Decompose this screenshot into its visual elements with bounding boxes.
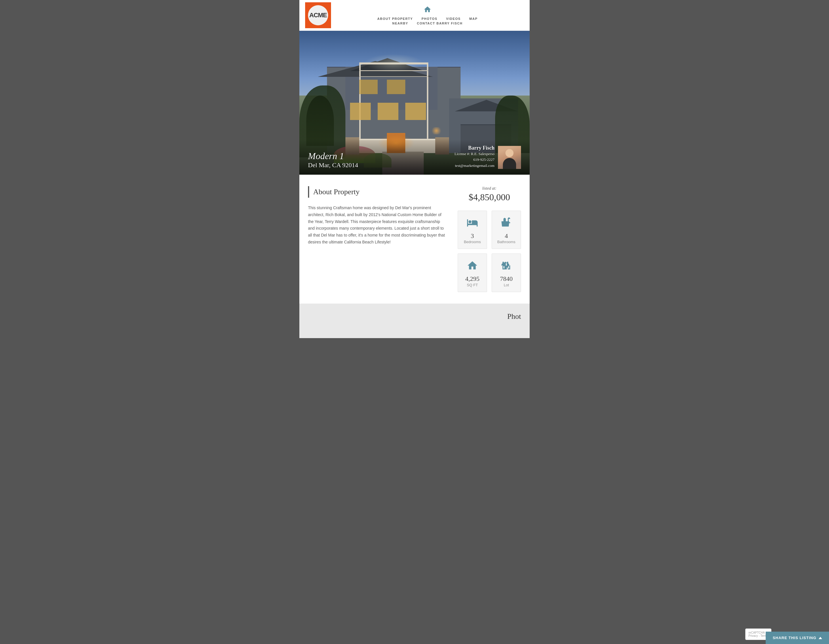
nav-about-property[interactable]: ABOUT PROPERTY	[377, 17, 413, 20]
nav-contact[interactable]: CONTACT BARRY FISCH	[417, 22, 463, 25]
section-title: About Property	[313, 187, 359, 196]
fence-icon	[499, 258, 514, 273]
property-name: Modern 1	[308, 151, 358, 161]
bath-icon	[499, 216, 514, 230]
title-bar-decoration	[308, 186, 309, 198]
bathrooms-label: Bathrooms	[495, 240, 517, 244]
nav-videos[interactable]: VIDEOS	[446, 17, 461, 20]
agent-phone: 619-925-2227	[454, 157, 495, 163]
property-title-block: Modern 1 Del Mar, CA 92014	[308, 151, 358, 169]
stat-bedrooms: 3 Bedrooms	[458, 211, 487, 249]
hero-section: Modern 1 Del Mar, CA 92014 Barry Fisch L…	[299, 31, 530, 175]
nav-nearby[interactable]: NEARBY	[392, 22, 408, 25]
nav-map[interactable]: MAP	[469, 17, 478, 20]
agent-info: Barry Fisch License #: R.E. Salesperso 6…	[454, 145, 495, 169]
agent-license: License #: R.E. Salesperso	[454, 151, 495, 157]
about-section: About Property This stunning Craftsman h…	[299, 175, 530, 304]
stat-lot: 7840 Lot	[492, 254, 521, 292]
recaptcha-label: reCAPTCHA	[749, 631, 768, 634]
agent-block: Barry Fisch License #: R.E. Salesperso 6…	[454, 145, 521, 169]
hero-overlay: Modern 1 Del Mar, CA 92014 Barry Fisch L…	[299, 139, 530, 175]
agent-name: Barry Fisch	[454, 145, 495, 151]
share-button-label: SHARE THIS LISTING	[772, 636, 816, 640]
price-value: $4,850,000	[458, 192, 521, 203]
share-listing-button[interactable]: SHARE THIS LISTING	[766, 631, 829, 644]
section-title-wrap: About Property	[308, 186, 446, 198]
share-bar: SHARE THIS LISTING	[766, 631, 829, 644]
bed-icon	[465, 216, 479, 230]
sqft-label: SQ FT	[462, 283, 483, 287]
about-inner: About Property This stunning Craftsman h…	[308, 186, 521, 292]
photos-title: Phot	[507, 312, 521, 321]
photos-section: Phot	[299, 304, 530, 338]
logo-text: ACME	[309, 11, 327, 19]
agent-photo-placeholder	[498, 146, 521, 169]
price-block: listed at: $4,850,000	[458, 186, 521, 203]
nav-top-row: ABOUT PROPERTY PHOTOS VIDEOS MAP	[377, 17, 478, 20]
recaptcha-links: Privacy - Terms	[749, 634, 768, 638]
stat-sqft: 4,295 SQ FT	[458, 254, 487, 292]
lot-label: Lot	[495, 283, 517, 287]
nav-photos[interactable]: PHOTOS	[421, 17, 437, 20]
sqft-value: 4,295	[462, 275, 483, 283]
lot-value: 7840	[495, 275, 517, 283]
bathrooms-value: 4	[495, 232, 517, 240]
logo[interactable]: ACME	[305, 2, 331, 28]
bedrooms-value: 3	[462, 232, 483, 240]
up-arrow-icon	[819, 637, 822, 639]
agent-photo	[498, 146, 521, 169]
agent-email: test@marketingemail.com	[454, 163, 495, 169]
nav-bottom-row: NEARBY CONTACT BARRY FISCH	[392, 22, 463, 25]
property-location: Del Mar, CA 92014	[308, 161, 358, 169]
site-header: ACME ABOUT PROPERTY PHOTOS VIDEOS MAP NE…	[299, 0, 530, 31]
main-nav: ABOUT PROPERTY PHOTOS VIDEOS MAP NEARBY …	[331, 5, 524, 25]
about-left: About Property This stunning Craftsman h…	[308, 186, 446, 292]
stats-grid: 3 Bedrooms 4 Bathrooms	[458, 211, 521, 292]
stat-bathrooms: 4 Bathrooms	[492, 211, 521, 249]
listed-at-label: listed at:	[458, 186, 521, 191]
bedrooms-label: Bedrooms	[462, 240, 483, 244]
home-nav-icon[interactable]	[424, 5, 432, 15]
about-description: This stunning Craftsman home was designe…	[308, 205, 446, 246]
about-right: listed at: $4,850,000 3 Bedrooms	[458, 186, 521, 292]
house-icon	[465, 258, 479, 273]
